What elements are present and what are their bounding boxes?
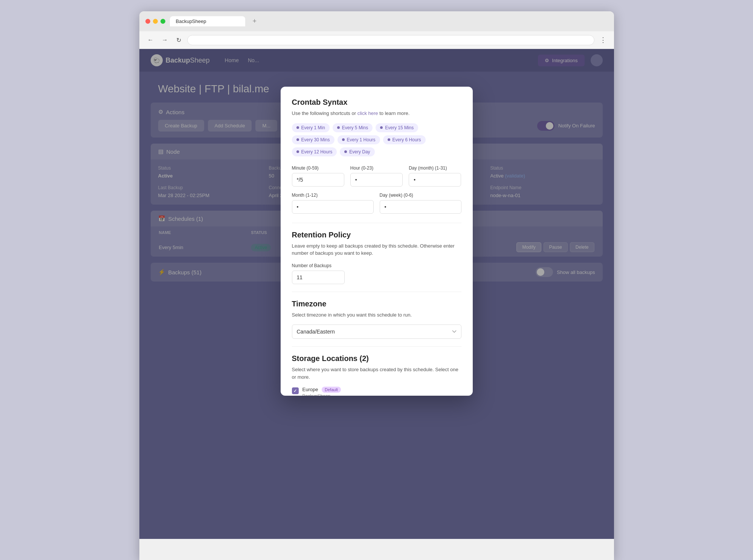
dot-icon (296, 138, 299, 141)
new-tab-button[interactable]: + (250, 16, 260, 27)
browser-window: BackupSheep + ← → ↻ ⋮ 🐑 BackupSheep (139, 11, 614, 560)
storage-title: Storage Locations (2) (292, 354, 461, 363)
minute-input[interactable] (292, 173, 344, 187)
crontab-description: Use the following shortcuts or click her… (292, 110, 461, 117)
address-bar[interactable] (187, 35, 594, 45)
storage-europe-info: Europe Default BackupSheep (302, 387, 341, 396)
hour-label: Hour (0-23) (350, 165, 403, 171)
timezone-select[interactable]: Canada/Eastern UTC US/Eastern (292, 324, 461, 339)
storage-description: Select where you want to store backups c… (292, 366, 461, 381)
day-month-input[interactable] (409, 173, 461, 187)
forward-button[interactable]: → (160, 35, 170, 45)
default-badge: Default (322, 387, 341, 393)
dot-icon (344, 150, 347, 153)
browser-tab[interactable]: BackupSheep (170, 16, 245, 26)
divider-1 (292, 223, 461, 223)
divider-2 (292, 292, 461, 292)
browser-titlebar: BackupSheep + (139, 11, 614, 31)
hour-input[interactable] (350, 173, 403, 187)
storage-europe-sub: BackupSheep (302, 393, 341, 396)
day-month-field: Day (month) (1-31) (409, 165, 461, 187)
browser-menu-button[interactable]: ⋮ (598, 34, 608, 46)
day-week-field: Day (week) (0-6) (380, 193, 461, 214)
day-week-label: Day (week) (0-6) (380, 193, 461, 198)
timezone-title: Timezone (292, 300, 461, 308)
back-button[interactable]: ← (145, 35, 156, 45)
dot-icon (337, 126, 340, 129)
dot-icon (342, 138, 345, 141)
backups-count-input[interactable] (292, 271, 345, 284)
minute-label: Minute (0-59) (292, 165, 344, 171)
shortcut-every-1-hour[interactable]: Every 1 Hours (338, 135, 380, 144)
crontab-title: Crontab Syntax (292, 98, 461, 107)
month-field: Month (1-12) (292, 193, 374, 214)
day-week-input[interactable] (380, 200, 461, 214)
divider-3 (292, 346, 461, 347)
retention-description: Leave empty to keep all backups created … (292, 242, 461, 257)
dot-icon (296, 126, 299, 129)
refresh-button[interactable]: ↻ (174, 35, 183, 45)
cron-fields-row2: Month (1-12) Day (week) (0-6) (292, 193, 461, 214)
dot-icon (380, 126, 383, 129)
day-month-label: Day (month) (1-31) (409, 165, 461, 171)
shortcut-every-5-mins[interactable]: Every 5 Mins (333, 123, 373, 132)
browser-toolbar: ← → ↻ ⋮ (139, 31, 614, 49)
maximize-window-button[interactable] (160, 19, 165, 24)
backups-count-label: Number of Backups (292, 263, 461, 268)
shortcut-every-6-hours[interactable]: Every 6 Hours (383, 135, 426, 144)
shortcut-every-12-hours[interactable]: Every 12 Hours (292, 147, 337, 156)
window-controls (145, 19, 165, 24)
storage-option-europe: Europe Default BackupSheep (292, 387, 461, 396)
close-window-button[interactable] (145, 19, 150, 24)
shortcut-every-1-min[interactable]: Every 1 Min (292, 123, 330, 132)
month-input[interactable] (292, 200, 374, 214)
timezone-description: Select timezone in which you want this s… (292, 311, 461, 319)
modal-overlay[interactable]: Crontab Syntax Use the following shortcu… (139, 49, 614, 539)
cron-fields-row1: Minute (0-59) Hour (0-23) Day (month) (1… (292, 165, 461, 187)
click-here-link[interactable]: click here (357, 110, 378, 116)
backups-count-field: Number of Backups (292, 263, 461, 284)
storage-europe-name: Europe Default (302, 387, 341, 393)
month-label: Month (1-12) (292, 193, 374, 198)
timezone-select-container: Canada/Eastern UTC US/Eastern (292, 324, 461, 339)
minute-field: Minute (0-59) (292, 165, 344, 187)
shortcut-every-day[interactable]: Every Day (340, 147, 374, 156)
minimize-window-button[interactable] (153, 19, 158, 24)
shortcut-every-15-mins[interactable]: Every 15 Mins (376, 123, 418, 132)
hour-field: Hour (0-23) (350, 165, 403, 187)
retention-title: Retention Policy (292, 231, 461, 239)
page-content: 🐑 BackupSheep Home No... ⚙ Integrations (139, 49, 614, 539)
shortcut-every-30-mins[interactable]: Every 30 Mins (292, 135, 334, 144)
shortcut-tags-container: Every 1 Min Every 5 Mins Every 15 Mins (292, 123, 461, 156)
dot-icon (296, 150, 299, 153)
europe-storage-checkbox[interactable] (292, 387, 299, 394)
modal-dialog: Crontab Syntax Use the following shortcu… (281, 87, 473, 396)
tab-label: BackupSheep (176, 18, 206, 24)
dot-icon (388, 138, 390, 141)
